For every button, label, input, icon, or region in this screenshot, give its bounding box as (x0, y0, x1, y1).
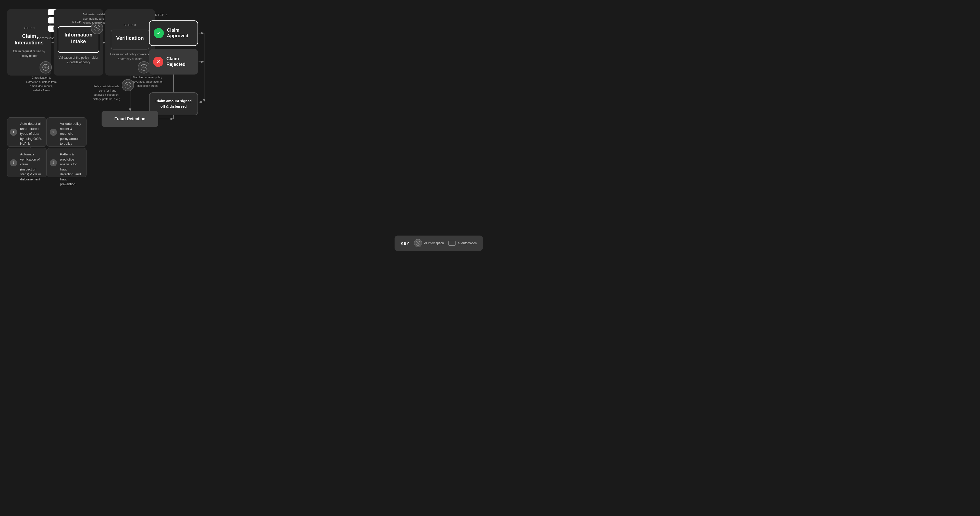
x-icon: ✕ (153, 57, 163, 67)
check-icon: ✓ (154, 28, 164, 38)
key-ai-automation: AI Automation (449, 240, 477, 246)
key-ai-automation-label: AI Automation (458, 241, 477, 245)
step4-label: STEP 4 (155, 13, 168, 16)
key-ai-interception: AI Interception (414, 239, 444, 247)
key-automation-icon (449, 240, 455, 246)
fraud-detection-title: Fraud Detection (115, 116, 145, 121)
annotation-classification: Classification & extraction of details f… (26, 76, 57, 92)
claim-rejected-box: ✕ Claim Rejected (149, 49, 198, 75)
claim-approved-box: ✓ Claim Approved (149, 21, 198, 46)
key-box: KEY AI Interception AI Automation (395, 236, 483, 251)
step3-label: STEP 3 (124, 24, 137, 27)
info-card-3: 3 Automate verification of claim (inspec… (7, 148, 47, 177)
step3-desc: Evaluation of policy coverage & veracity… (109, 52, 151, 61)
ai-icon-classification (40, 61, 52, 73)
card1-badge: 1 (10, 129, 17, 136)
info-card-4: 4 Pattern & predictive analysis for frau… (47, 148, 86, 177)
card2-badge: 2 (50, 129, 57, 136)
step1-label: STEP 1 (23, 27, 35, 30)
annotation-policy-fails: Policy validation fails – send for fraud… (92, 84, 121, 101)
card2-text: Validate policy holder & reconcile polic… (60, 122, 81, 151)
diagram-container: STEP 1 Claim Interactions Claim request … (0, 0, 490, 258)
claim-rejected-title: Claim Rejected (166, 56, 194, 67)
claim-disbursed-title: Claim amount signed off & disbursed (154, 99, 193, 109)
card4-text: Pattern & predictive analysis for fraud … (60, 152, 81, 186)
key-label: KEY (401, 241, 409, 245)
info-card-2: 2 Validate policy holder & reconcile pol… (47, 117, 86, 147)
info-card-1: 1 Auto-detect all unstructured types of … (7, 117, 47, 147)
ai-icon-matching (138, 61, 150, 73)
step2-title: Information Intake (64, 31, 93, 45)
step3-title: Verification (116, 35, 144, 41)
card3-badge: 3 (10, 159, 17, 166)
annotation-matching: Matching against policy coverage, automa… (132, 75, 163, 88)
claim-approved-title: Claim Approved (167, 27, 193, 38)
fraud-detection-box: Fraud Detection (102, 111, 158, 127)
card3-text: Automate verification of claim (inspecti… (20, 152, 41, 181)
step1-desc: Claim request raised by policy holder (11, 49, 47, 58)
key-ai-icon (414, 239, 422, 247)
key-ai-interception-label: AI Interception (424, 241, 444, 245)
step2-desc: Validation of the policy holder & detail… (58, 56, 99, 65)
card4-badge: 4 (50, 159, 57, 166)
